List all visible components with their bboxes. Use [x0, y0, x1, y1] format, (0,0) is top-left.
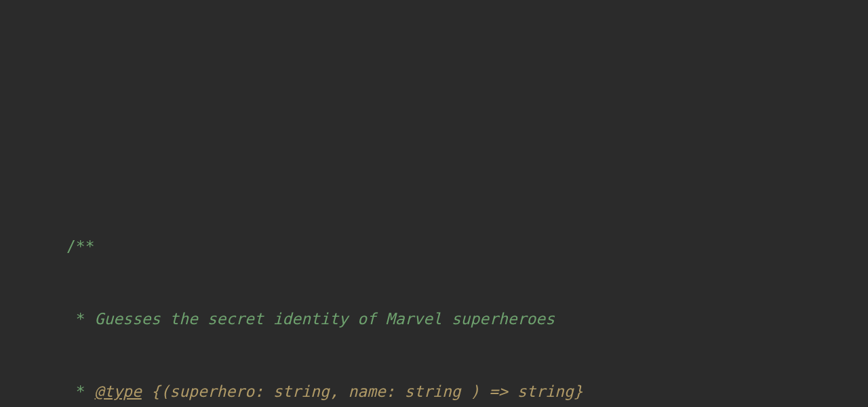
jsdoc-open: /** [66, 235, 95, 259]
jsdoc-star: * [66, 380, 95, 404]
code-line: * @type {(superhero: string, name: strin… [66, 380, 868, 404]
jsdoc-star: * [66, 307, 95, 332]
jsdoc-type-sig [142, 380, 151, 404]
jsdoc-tag-type: @type [95, 380, 142, 404]
code-editor[interactable]: /** * Guesses the secret identity of Mar… [66, 187, 868, 407]
code-line: /** [66, 235, 868, 259]
jsdoc-description: Guesses the secret identity of Marvel su… [95, 307, 555, 332]
jsdoc-type-sig: {(superhero: string, name: string ) => s… [151, 380, 583, 404]
code-line: * Guesses the secret identity of Marvel … [66, 307, 868, 332]
